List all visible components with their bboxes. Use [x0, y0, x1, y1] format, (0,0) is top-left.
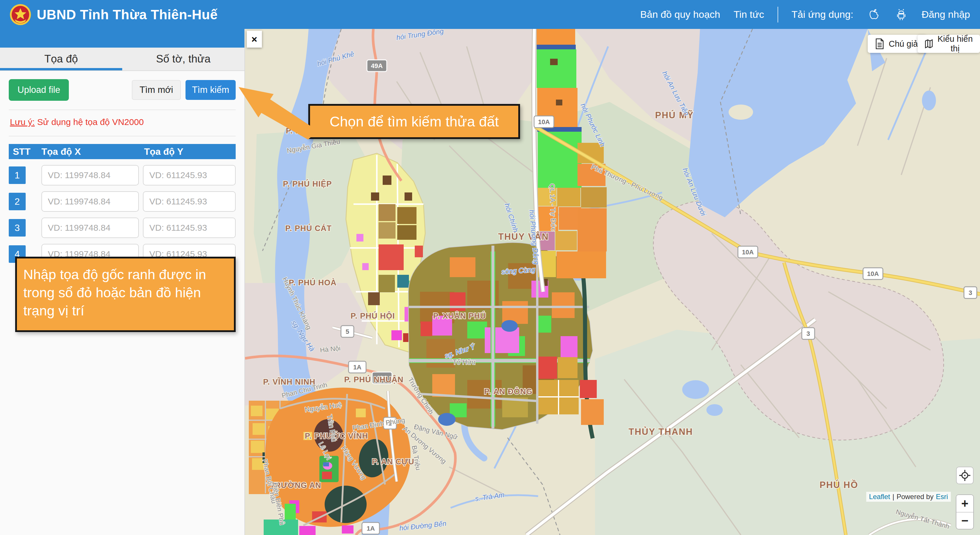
coordinate-row-3: 3	[9, 217, 235, 238]
tab-coordinates-label: Tọa độ	[45, 53, 78, 65]
crosshair-icon	[959, 469, 971, 482]
divider	[9, 110, 235, 110]
tab-coordinates[interactable]: Tọa độ	[0, 48, 122, 70]
zoom-in-button[interactable]: +	[956, 495, 973, 512]
map-label-ward: P. PHÚ HOÀ	[289, 278, 337, 287]
search-sidebar: Tọa độ Số tờ, thửa Upload file Tìm mới T…	[0, 29, 245, 535]
header-nav: Bản đồ quy hoạch Tin tức Tải ứng dụng: Đ…	[640, 7, 970, 22]
road-shield: 1A	[367, 525, 375, 532]
column-header-y: Tọa độ Y	[144, 146, 235, 157]
legend-button-label: Chú giải	[889, 39, 920, 49]
nav-divider	[778, 7, 778, 22]
zoom-control: + −	[956, 494, 974, 529]
coordinate-row-1: 1	[9, 165, 235, 185]
display-style-button-label: Kiểu hiển thị	[937, 34, 973, 53]
nav-download-apps-label: Tải ứng dụng:	[792, 9, 853, 20]
road-shield: 10A	[867, 270, 879, 278]
road-shield: 49A	[371, 62, 383, 70]
apple-icon[interactable]	[867, 8, 881, 22]
search-button[interactable]: Tìm kiếm	[186, 80, 235, 100]
column-header-stt: STT	[9, 146, 41, 157]
divider	[9, 136, 235, 136]
app-title: UBND Tỉnh Thừa Thiên-Huế	[37, 7, 218, 22]
coordinate-table-header: STT Tọa độ X Tọa độ Y	[9, 144, 235, 159]
map-label-ward: P. AN ĐÔNG	[484, 387, 533, 396]
android-icon[interactable]	[894, 8, 908, 22]
coordinate-y-input-2[interactable]	[143, 191, 235, 212]
vietnam-emblem-logo	[10, 4, 31, 25]
attribution-divider: |	[892, 493, 894, 501]
esri-link[interactable]: Esri	[936, 493, 948, 501]
display-style-button[interactable]: Kiểu hiển thị	[918, 35, 980, 53]
note-text: Sử dụng hệ tọa độ VN2000	[35, 117, 144, 127]
row-index-badge: 2	[9, 193, 25, 210]
nav-news[interactable]: Tin tức	[733, 9, 764, 20]
row-index-badge: 1	[9, 166, 25, 184]
map-area[interactable]: 49A 10A 10A 10A 3 3 1A 49A 1 1A 5 hói Tr…	[245, 29, 980, 535]
nav-login[interactable]: Đăng nhập	[922, 9, 970, 20]
map-label-ward: P. PHÚ HIỆP	[283, 179, 332, 188]
new-search-button[interactable]: Tìm mới	[132, 80, 181, 100]
map-label-ward: P. PHÚ CÁT	[285, 224, 332, 233]
tutorial-callout-search: Chọn để tìm kiếm thửa đất	[308, 104, 520, 139]
attribution-powered-by: Powered by	[897, 493, 934, 501]
row-index-badge: 3	[9, 219, 25, 236]
coordinate-system-note: Lưu ý: Sử dụng hệ tọa độ VN2000	[10, 117, 235, 127]
document-icon	[875, 38, 885, 50]
leaflet-link[interactable]: Leaflet	[869, 493, 890, 501]
column-header-x: Tọa độ X	[41, 146, 144, 157]
road-shield: 1A	[353, 364, 361, 371]
coordinate-x-input-1[interactable]	[41, 165, 139, 185]
note-prefix: Lưu ý:	[10, 117, 35, 127]
upload-file-button[interactable]: Upload file	[9, 79, 69, 101]
coordinate-x-input-3[interactable]	[41, 217, 139, 238]
map-label-ward: P. PHÚ NHUẬN	[344, 375, 404, 384]
sidebar-tabs: Tọa độ Số tờ, thửa	[0, 48, 244, 71]
map-label-ward: P. VĨNH NINH	[263, 377, 316, 386]
coordinate-row-2: 2	[9, 191, 235, 212]
sidebar-blue-strip	[0, 29, 244, 48]
map-label-ward: P. AN CỰU	[372, 457, 414, 466]
tutorial-callout-coordinates: Nhập tọa độ gốc ranh được in trong sổ đỏ…	[15, 257, 235, 332]
road-shield: 3	[969, 289, 972, 296]
coordinate-x-input-2[interactable]	[41, 191, 139, 212]
map-label-commune: PHÚ HỒ	[819, 479, 858, 490]
coordinate-y-input-1[interactable]	[143, 165, 235, 185]
map-label-commune: THỦY VÂN	[498, 231, 549, 242]
map-label-street: Tố Hữu	[453, 358, 476, 366]
zoom-out-button[interactable]: −	[956, 512, 973, 529]
map-label-commune: THỦY THANH	[628, 426, 693, 437]
sidebar-button-row: Upload file Tìm mới Tìm kiếm	[9, 79, 235, 101]
road-shield: 10A	[742, 249, 754, 256]
map-icon	[924, 38, 933, 50]
top-header: UBND Tỉnh Thừa Thiên-Huế Bản đồ quy hoạc…	[0, 0, 980, 29]
nav-planning-map[interactable]: Bản đồ quy hoạch	[640, 9, 720, 20]
tab-sheet-parcel-label: Số tờ, thửa	[156, 53, 211, 65]
road-shield: 10A	[538, 118, 550, 126]
map-label-ward: P. XUÂN PHÚ	[433, 311, 486, 320]
map-label-ward: P. PHÚ HỘI	[351, 311, 395, 320]
map-attribution: Leaflet | Powered by Esri	[866, 492, 951, 502]
tab-sheet-parcel[interactable]: Số tờ, thửa	[122, 48, 244, 70]
road-shield: 3	[807, 330, 810, 337]
locate-me-button[interactable]	[956, 467, 974, 484]
road-shield: 5	[346, 328, 349, 335]
close-panel-button[interactable]: ×	[247, 31, 262, 48]
coordinate-y-input-3[interactable]	[143, 217, 235, 238]
